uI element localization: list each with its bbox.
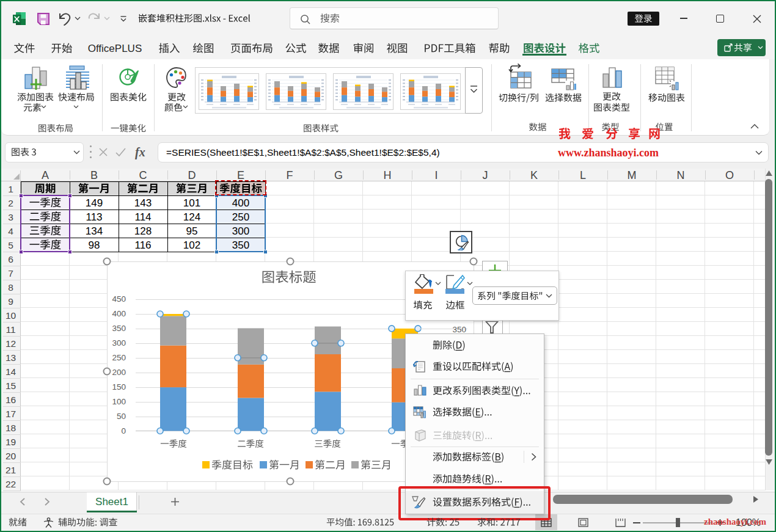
- svg-text:150: 150: [112, 382, 126, 392]
- svg-text:450: 450: [112, 294, 126, 304]
- svg-text:200: 200: [112, 368, 126, 377]
- svg-text:300: 300: [112, 338, 126, 348]
- svg-text:400: 400: [112, 309, 126, 318]
- svg-text:250: 250: [112, 353, 126, 362]
- svg-text:350: 350: [112, 324, 126, 333]
- svg-text:100: 100: [112, 397, 126, 406]
- svg-text:50: 50: [117, 412, 126, 421]
- svg-text:0: 0: [121, 426, 126, 435]
